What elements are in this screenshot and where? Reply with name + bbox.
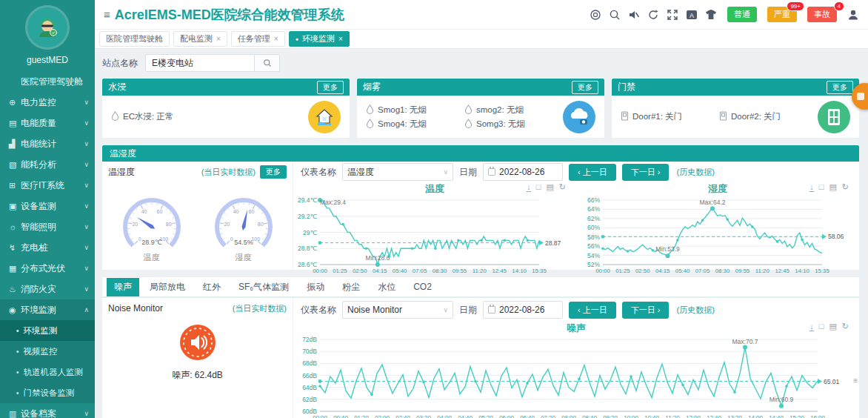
noise-chart: 60dB62dB64dB66dB68dB70dB72dB00:0000:4001… xyxy=(293,334,859,418)
tab-配电监测[interactable]: 配电监测× xyxy=(173,31,227,47)
tab-医院管理驾驶舱[interactable]: 医院管理驾驶舱 xyxy=(99,31,170,47)
sidebar-subitem-label: 轨道机器人监测 xyxy=(24,367,84,378)
svg-text:10:00: 10:00 xyxy=(624,414,638,418)
measurement-tab-SF₆气体监测[interactable]: SF₆气体监测 xyxy=(231,278,296,296)
sidebar-subitem[interactable]: •轨道机器人监测 xyxy=(0,362,95,382)
download-icon[interactable]: ↓ xyxy=(809,322,814,331)
sidebar-subitem[interactable]: •门禁设备监测 xyxy=(0,382,95,403)
status-panel-title: 门禁 xyxy=(618,81,827,93)
translate-icon[interactable]: A xyxy=(686,9,698,21)
status-items: Smog1: 无烟smog2: 无烟Smog4: 无烟Somg3: 无烟 xyxy=(366,104,558,130)
sidebar-item[interactable]: ⊞医疗IT系统∨ xyxy=(0,175,95,196)
sidebar-item-dashboard[interactable]: 医院管理驾驶舱 xyxy=(0,71,95,92)
status-panel-bar: 水浸更多 xyxy=(102,79,350,96)
sidebar-item[interactable]: ▧能耗分析∨ xyxy=(0,154,95,175)
tab-任务管理[interactable]: 任务管理× xyxy=(231,31,285,47)
status-panel-title: 水浸 xyxy=(108,81,317,93)
screen: guestMED 医院管理驾驶舱⊕电力监控∨▤电能质量∨▟电能统计∨▧能耗分析∨… xyxy=(0,0,868,418)
sidebar-item[interactable]: ◉环境监测∧ xyxy=(0,299,95,320)
medical-it-icon: ⊞ xyxy=(9,181,21,190)
alarm-badge-严重[interactable]: 严重99+ xyxy=(767,7,797,22)
data-view-icon[interactable]: ▤ xyxy=(829,322,836,331)
noise-summary-panel: Noise Monitor (当日实时数据) 噪声: 62.4dB xyxy=(102,298,293,418)
measurement-tab-CO2[interactable]: CO2 xyxy=(406,279,439,295)
noise-next-day-button[interactable]: 下一日 › xyxy=(622,302,670,319)
measurement-tab-水位[interactable]: 水位 xyxy=(370,278,403,296)
history-note: (历史数据) xyxy=(676,305,714,316)
measurement-tab-振动[interactable]: 振动 xyxy=(299,278,332,296)
tab-环境监测[interactable]: ●环境监测× xyxy=(289,31,350,47)
restore-icon[interactable]: □ xyxy=(536,182,541,192)
refresh-icon[interactable] xyxy=(647,9,659,21)
svg-text:07:05: 07:05 xyxy=(695,268,710,274)
svg-text:00:40: 00:40 xyxy=(333,414,348,418)
download-icon[interactable]: ↓ xyxy=(809,182,814,192)
sidebar-item[interactable]: ▤电能质量∨ xyxy=(0,113,95,133)
fullscreen-icon[interactable] xyxy=(667,9,678,21)
data-view-icon[interactable]: ▤ xyxy=(546,182,553,192)
measurement-tab-粉尘[interactable]: 粉尘 xyxy=(335,278,367,296)
close-icon[interactable]: × xyxy=(274,35,278,43)
download-icon[interactable]: ↓ xyxy=(527,182,531,192)
data-view-icon[interactable]: ▤ xyxy=(829,182,836,192)
temp-humidity-more-button[interactable]: 更多 xyxy=(260,165,287,179)
temp-humidity-next-day-button[interactable]: 下一日 › xyxy=(622,164,670,181)
svg-text:Max:64.2: Max:64.2 xyxy=(700,199,726,206)
station-search-button[interactable] xyxy=(255,54,280,72)
svg-text:09:55: 09:55 xyxy=(735,268,750,274)
sidebar-item[interactable]: ▥设备档案∨ xyxy=(0,403,95,418)
sidebar-item[interactable]: ☼智能照明∨ xyxy=(0,216,95,237)
gauge-caption: 湿度 xyxy=(202,252,285,263)
close-icon[interactable]: × xyxy=(216,35,221,43)
temp-humidity-meter-select[interactable]: 温湿度∨ xyxy=(342,163,453,181)
sidebar-item[interactable]: ▟电能统计∨ xyxy=(0,133,95,154)
measurement-tab-噪声[interactable]: 噪声 xyxy=(107,278,139,296)
flood-icon xyxy=(308,101,341,133)
sidebar-subitem[interactable]: •环境监测 xyxy=(0,320,95,341)
noise-date-picker[interactable]: 2022-08-26 xyxy=(483,301,563,319)
alarm-badge-事故[interactable]: 事故4 xyxy=(807,7,837,22)
restore-icon[interactable]: □ xyxy=(819,322,824,331)
restore-icon[interactable]: □ xyxy=(819,182,824,192)
svg-text:06:00: 06:00 xyxy=(499,414,514,418)
sidebar-item[interactable]: ▦分布式光伏∨ xyxy=(0,258,95,279)
theme-icon[interactable] xyxy=(705,9,717,21)
temp-humidity-prev-day-button[interactable]: ‹ 上一日 xyxy=(569,164,616,181)
datazoom-icon[interactable]: ≡ xyxy=(853,376,858,385)
svg-text:68dB: 68dB xyxy=(302,359,317,367)
svg-text:60: 60 xyxy=(248,209,254,214)
more-button[interactable]: 更多 xyxy=(827,81,853,94)
more-button[interactable]: 更多 xyxy=(572,81,598,94)
chevron-down-icon: ∨ xyxy=(84,99,89,106)
status-item-text: Door#1: 关门 xyxy=(632,111,682,122)
sidebar-item[interactable]: ⊕电力监控∨ xyxy=(0,92,95,113)
close-icon[interactable]: × xyxy=(338,35,343,43)
alarm-badge-普通[interactable]: 普通 xyxy=(727,7,757,22)
noise-meter-select[interactable]: Noise Monitor∨ xyxy=(342,301,453,319)
refresh-icon[interactable]: ↻ xyxy=(842,322,849,331)
station-name-input[interactable] xyxy=(145,54,255,72)
user-icon[interactable] xyxy=(847,9,859,21)
fire-safety-icon: ♨ xyxy=(9,285,21,294)
hamburger-icon[interactable]: ≡ xyxy=(99,8,115,21)
svg-text:54%: 54% xyxy=(587,252,600,259)
sidebar-subitem[interactable]: •视频监控 xyxy=(0,341,95,362)
svg-text:58.06: 58.06 xyxy=(828,233,844,240)
measurement-tab-红外[interactable]: 红外 xyxy=(196,278,228,296)
more-button[interactable]: 更多 xyxy=(317,81,344,94)
refresh-icon[interactable]: ↻ xyxy=(842,182,849,192)
sidebar-item[interactable]: ▣设备监测∨ xyxy=(0,196,95,216)
status-item: Door#1: 关门 xyxy=(621,111,715,122)
search-icon[interactable] xyxy=(609,9,621,21)
target-icon[interactable] xyxy=(590,9,601,21)
sidebar-item[interactable]: ♨消防火灾∨ xyxy=(0,279,95,299)
temp-humidity-date-picker[interactable]: 2022-08-26 xyxy=(483,163,563,181)
sidebar-item-label: 充电桩 xyxy=(21,242,84,254)
refresh-icon[interactable]: ↻ xyxy=(559,182,566,192)
mute-icon[interactable] xyxy=(628,9,640,21)
measurement-tab-局部放电[interactable]: 局部放电 xyxy=(142,278,193,296)
bullet-icon: • xyxy=(16,327,19,335)
svg-text:40: 40 xyxy=(141,209,147,214)
noise-prev-day-button[interactable]: ‹ 上一日 xyxy=(569,302,616,319)
sidebar-item[interactable]: ↯充电桩∨ xyxy=(0,237,95,258)
